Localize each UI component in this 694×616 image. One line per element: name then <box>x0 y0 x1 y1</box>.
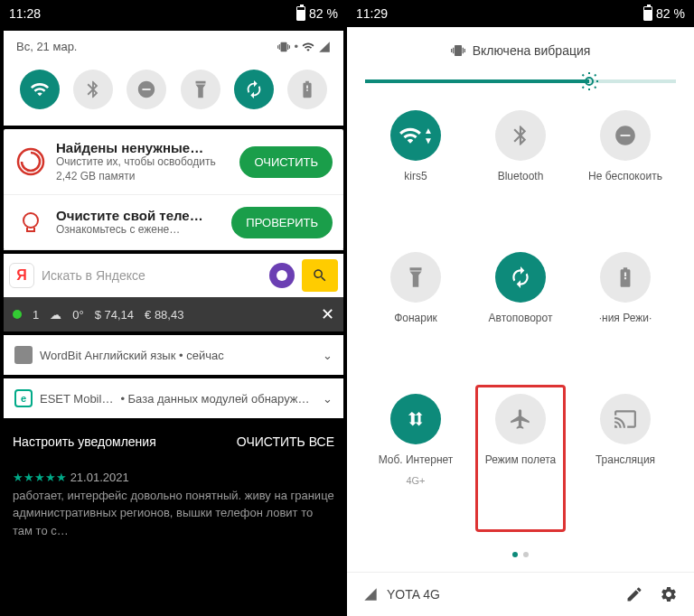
notification-wordbit[interactable]: WordBit Английский язык • сейчас ⌄ <box>4 335 343 375</box>
notification-eset[interactable]: e ESET Mobil… • База данных модулей обна… <box>4 378 343 418</box>
yandex-search[interactable]: Я Искать в Яндексе <box>4 254 343 297</box>
wifi-icon: ▲▼ <box>390 110 441 161</box>
notif-app: ESET Mobil… <box>40 392 113 406</box>
autorotate-icon <box>495 252 546 303</box>
app-icon <box>14 346 33 364</box>
background-review: ★★★★★ 21.01.2021 работает, интерфейс дов… <box>0 462 347 546</box>
vib-label: Включена вибрация <box>473 43 591 58</box>
swirl-icon <box>14 145 47 178</box>
notif-footer: Настроить уведомления ОЧИСТИТЬ ВСЕ <box>0 422 347 462</box>
usd-rate: $ 74,14 <box>95 308 134 322</box>
notif-text: WordBit Английский язык • сейчас <box>40 349 224 362</box>
notification-cleanup[interactable]: Найдены ненужные… Очистите их, чтобы осв… <box>4 129 343 195</box>
mobile-data-icon <box>390 394 441 444</box>
status-bar: 11:29 82 % <box>347 0 694 27</box>
cast-tile[interactable]: Трансляция <box>573 394 678 537</box>
clean-button[interactable]: ОЧИСТИТЬ <box>239 146 333 178</box>
chevron-down-icon[interactable]: ⌄ <box>323 349 333 362</box>
alice-icon[interactable] <box>269 263 295 288</box>
time: 11:28 <box>9 6 41 21</box>
chevron-down-icon[interactable]: ⌄ <box>323 392 333 406</box>
slider-fill <box>365 79 589 83</box>
battery-toggle[interactable] <box>287 70 327 109</box>
search-input[interactable]: Искать в Яндексе <box>42 268 262 283</box>
notif-text: • База данных модулей обнаруж… <box>120 392 315 406</box>
battery-tile[interactable]: ·ния Режи· <box>573 252 678 376</box>
dnd-toggle[interactable] <box>127 70 166 109</box>
count: 1 <box>33 308 39 322</box>
manage-notifications[interactable]: Настроить уведомления <box>13 434 156 449</box>
cast-icon <box>600 394 651 444</box>
dot: • <box>294 40 298 53</box>
clear-all-button[interactable]: ОЧИСТИТЬ ВСЕ <box>237 434 334 449</box>
svg-point-1 <box>23 213 38 228</box>
brightness-icon[interactable] <box>578 70 600 92</box>
gear-icon[interactable] <box>660 585 678 603</box>
dot <box>512 552 518 557</box>
brightness-slider[interactable] <box>365 79 676 83</box>
carrier-bar: YOTA 4G <box>347 572 694 616</box>
status-icons: • <box>277 40 331 53</box>
ringer-status[interactable]: Включена вибрация <box>347 34 694 67</box>
signal-icon <box>318 41 331 53</box>
dnd-tile[interactable]: Не беспокоить <box>573 110 678 234</box>
wifi-toggle[interactable] <box>20 70 60 109</box>
status-bar: 11:28 82 % <box>0 0 347 27</box>
wifi-tile[interactable]: ▲▼ kirs5 <box>363 110 468 234</box>
airplane-icon <box>495 394 546 444</box>
eset-icon: e <box>14 389 33 407</box>
qs-tiles: ▲▼ kirs5 Bluetooth Не беспокоить Фонарик… <box>347 110 694 537</box>
close-icon[interactable]: ✕ <box>321 304 334 324</box>
carrier-name: YOTA 4G <box>387 587 440 602</box>
mobile-data-tile[interactable]: Моб. Интернет 4G+ <box>363 394 468 537</box>
battery-pct: 82 % <box>656 6 685 21</box>
battery-icon <box>296 6 305 21</box>
search-button[interactable] <box>302 259 338 292</box>
date: Вс, 21 мар. <box>16 40 77 53</box>
battery-pct: 82 % <box>309 6 338 21</box>
time: 11:29 <box>356 6 388 21</box>
bluetooth-tile[interactable]: Bluetooth <box>468 110 573 234</box>
temp: 0° <box>72 308 83 322</box>
dnd-icon <box>600 110 651 161</box>
bluetooth-toggle[interactable] <box>73 70 113 109</box>
vibrate-icon <box>277 41 290 53</box>
flashlight-tile[interactable]: Фонарик <box>363 252 468 376</box>
flashlight-icon <box>390 252 441 303</box>
dot <box>523 552 529 557</box>
flashlight-toggle[interactable] <box>181 70 220 109</box>
bluetooth-icon <box>495 110 546 161</box>
signal-icon <box>363 587 378 602</box>
notif-sub: Ознакомьтесь с ежене… <box>56 223 222 238</box>
quick-settings-expanded: Включена вибрация ▲▼ kirs5 Bluetooth Не … <box>347 27 694 616</box>
battery-icon <box>643 6 652 21</box>
notification-clean-phone[interactable]: Очистите свой теле… Ознакомьтесь с ежене… <box>4 195 343 250</box>
airplane-mode-tile[interactable]: Режим полета <box>468 394 573 537</box>
yandex-logo-icon: Я <box>9 263 34 288</box>
autorotate-toggle[interactable] <box>234 70 274 109</box>
status-dot-icon <box>13 310 22 319</box>
check-button[interactable]: ПРОВЕРИТЬ <box>231 207 333 238</box>
notification-card: Найдены ненужные… Очистите их, чтобы осв… <box>4 129 343 250</box>
weather-bar[interactable]: 1 ☁ 0° $ 74,14 € 88,43 ✕ <box>4 297 343 331</box>
autorotate-tile[interactable]: Автоповорот <box>468 252 573 376</box>
eur-rate: € 88,43 <box>145 308 183 322</box>
svg-point-2 <box>586 78 593 85</box>
notif-sub: Очистите их, чтобы освободить 2,42 GB па… <box>56 155 230 183</box>
notif-title: Очистите свой теле… <box>56 208 222 223</box>
page-indicator[interactable] <box>347 537 694 572</box>
cloud-icon: ☁ <box>50 308 61 322</box>
bulb-icon <box>14 206 47 238</box>
edit-icon[interactable] <box>625 585 643 603</box>
vibrate-icon <box>451 43 465 58</box>
quick-settings-panel: Вс, 21 мар. • <box>4 31 343 126</box>
battery-saver-icon <box>600 252 651 303</box>
wifi-icon <box>302 41 314 53</box>
notif-title: Найдены ненужные… <box>56 140 230 155</box>
